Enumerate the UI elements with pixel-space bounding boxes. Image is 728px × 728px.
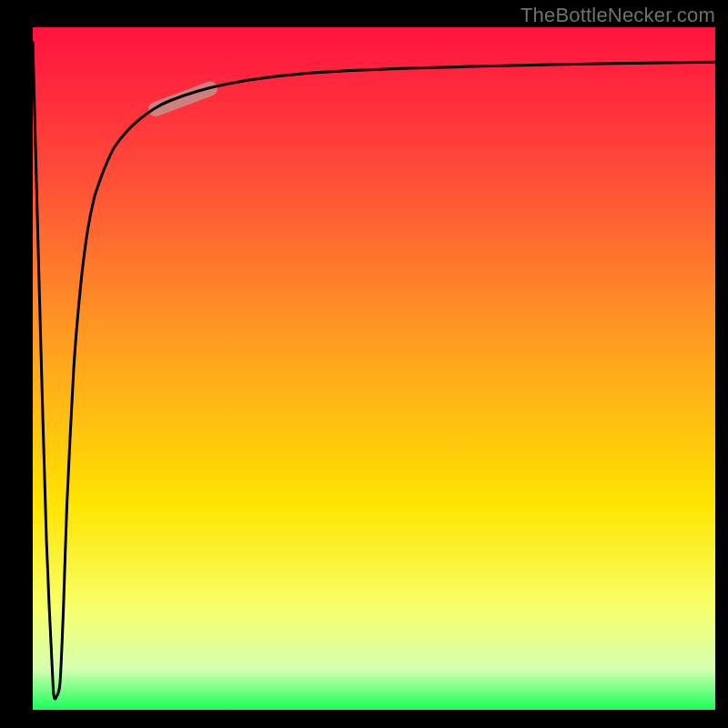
chart-container: TheBottleNecker.com: [0, 0, 728, 728]
plot-background: [33, 27, 715, 710]
watermark-text: TheBottleNecker.com: [521, 4, 715, 27]
chart-svg: [0, 0, 728, 728]
